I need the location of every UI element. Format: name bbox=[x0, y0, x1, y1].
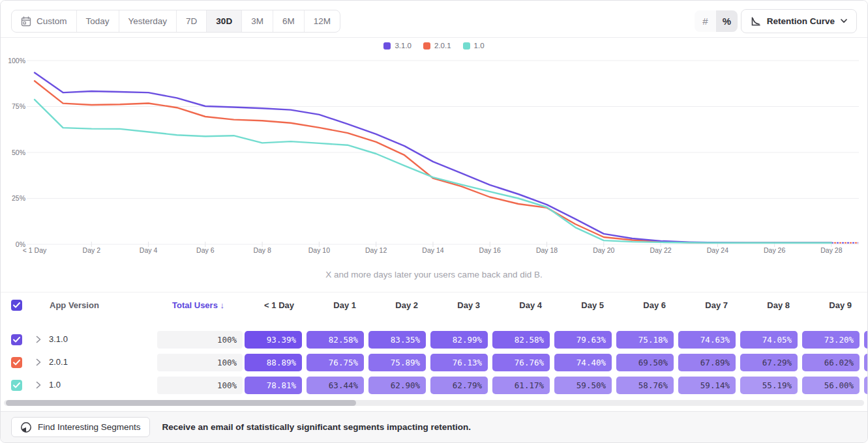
legend-swatch bbox=[383, 42, 391, 50]
retention-cell: 62.90% bbox=[368, 377, 426, 394]
retention-cell: 59.14% bbox=[678, 377, 736, 394]
retention-cell: 74.63% bbox=[678, 331, 736, 349]
retention-cell: 56.00% bbox=[802, 377, 860, 394]
select-all-checkbox[interactable] bbox=[11, 300, 22, 311]
expand-chevron-icon[interactable] bbox=[36, 358, 41, 366]
calendar-icon bbox=[21, 16, 31, 27]
x-axis-label: Day 24 bbox=[707, 246, 728, 254]
clipped-cell bbox=[864, 354, 868, 371]
clipped-cell bbox=[864, 377, 868, 394]
y-axis-label: 100% bbox=[8, 57, 25, 64]
total-users-cell: 100% bbox=[157, 354, 243, 371]
x-axis-label: Day 20 bbox=[593, 246, 614, 254]
legend-swatch bbox=[423, 42, 430, 50]
x-axis-label: Day 14 bbox=[422, 246, 443, 254]
column-header-day[interactable]: < 1 Day bbox=[264, 300, 294, 310]
range-button-30d[interactable]: 30D bbox=[207, 10, 242, 32]
retention-cell: 58.76% bbox=[616, 377, 674, 394]
mode-button-percentages[interactable]: % bbox=[716, 10, 738, 32]
column-header-day[interactable]: Day 6 bbox=[643, 300, 666, 310]
chart-type-dropdown[interactable]: Retention Curve bbox=[741, 9, 857, 33]
column-header-day[interactable]: Day 7 bbox=[705, 300, 728, 310]
retention-cell: 55.19% bbox=[740, 377, 798, 394]
retention-cell: 83.35% bbox=[368, 331, 426, 349]
x-axis-label: Day 2 bbox=[83, 246, 101, 254]
retention-cell: 82.58% bbox=[492, 331, 550, 349]
range-button-label: 3M bbox=[251, 16, 263, 26]
retention-cell: 66.02% bbox=[802, 354, 860, 371]
total-users-cell: 100% bbox=[157, 331, 243, 349]
series-line-3.1.0 bbox=[35, 73, 831, 243]
row-checkbox[interactable] bbox=[11, 380, 22, 391]
x-axis-label: Day 22 bbox=[650, 246, 671, 254]
column-header-app-version[interactable]: App Version bbox=[50, 300, 99, 310]
range-button-custom[interactable]: Custom bbox=[12, 10, 77, 32]
find-interesting-segments-button[interactable]: Find Interesting Segments bbox=[11, 417, 150, 437]
x-axis-label: Day 28 bbox=[820, 246, 842, 254]
x-axis-label: Day 6 bbox=[196, 246, 215, 254]
row-checkbox[interactable] bbox=[11, 357, 22, 368]
column-header-day[interactable]: Day 4 bbox=[519, 300, 542, 310]
retention-cell: 88.89% bbox=[245, 354, 302, 371]
x-axis-label: < 1 Day bbox=[23, 246, 47, 254]
retention-cell: 82.58% bbox=[307, 331, 364, 349]
app-version-label: 2.0.1 bbox=[49, 357, 68, 367]
retention-cell: 74.40% bbox=[554, 354, 612, 371]
table-row-3.1.0: 3.1.0100%93.39%82.58%83.35%82.99%82.58%7… bbox=[1, 328, 867, 351]
scrollbar-thumb[interactable] bbox=[6, 400, 356, 406]
expand-chevron-icon[interactable] bbox=[36, 336, 41, 343]
legend-label: 2.0.1 bbox=[434, 42, 451, 50]
display-mode-toggle: #% bbox=[695, 10, 738, 32]
legend-item-2.0.1[interactable]: 2.0.1 bbox=[423, 42, 451, 50]
retention-cell: 75.18% bbox=[616, 331, 674, 349]
column-header-day[interactable]: Day 2 bbox=[395, 300, 418, 310]
total-users-cell: 100% bbox=[157, 377, 243, 394]
x-axis-label: Day 26 bbox=[764, 246, 785, 254]
footer-message: Receive an email of statistically signif… bbox=[162, 422, 471, 432]
sort-descending-icon: ↓ bbox=[220, 300, 225, 310]
legend-item-3.1.0[interactable]: 3.1.0 bbox=[383, 42, 412, 50]
y-axis-label: 75% bbox=[12, 102, 25, 110]
chart-area: 0%25%50%75%100%< 1 DayDay 2Day 4Day 6Day… bbox=[1, 56, 868, 264]
retention-cell: 93.39% bbox=[245, 331, 302, 349]
retention-cell: 69.50% bbox=[616, 354, 674, 371]
retention-cell: 76.76% bbox=[492, 354, 550, 371]
retention-table: App VersionTotal Users ↓< 1 DayDay 1Day … bbox=[1, 292, 867, 400]
range-button-label: Today bbox=[86, 16, 110, 26]
toolbar: CustomTodayYesterday7D30D3M6M12M #% Rete… bbox=[1, 1, 867, 38]
range-button-yesterday[interactable]: Yesterday bbox=[119, 10, 177, 32]
expand-chevron-icon[interactable] bbox=[36, 381, 41, 389]
range-button-3m[interactable]: 3M bbox=[242, 10, 273, 32]
retention-cell: 59.50% bbox=[554, 377, 612, 394]
column-header-day[interactable]: Day 5 bbox=[581, 300, 604, 310]
y-axis-label: 50% bbox=[12, 149, 25, 156]
legend-item-1.0[interactable]: 1.0 bbox=[463, 42, 485, 50]
x-axis-label: Day 16 bbox=[479, 246, 501, 254]
range-button-label: 7D bbox=[186, 16, 197, 26]
segments-icon bbox=[20, 422, 32, 433]
retention-cell: 61.17% bbox=[492, 377, 550, 394]
retention-curve-icon bbox=[751, 16, 761, 27]
column-header-day[interactable]: Day 8 bbox=[767, 300, 790, 310]
row-checkbox[interactable] bbox=[11, 334, 22, 345]
column-header-day[interactable]: Day 9 bbox=[829, 300, 852, 310]
chart-caption: X and more days later your users came ba… bbox=[1, 270, 867, 279]
y-axis-label: 25% bbox=[12, 194, 25, 202]
range-button-6m[interactable]: 6M bbox=[273, 10, 305, 32]
range-button-today[interactable]: Today bbox=[77, 10, 119, 32]
range-button-label: Custom bbox=[37, 16, 67, 26]
retention-line-chart: 0%25%50%75%100%< 1 DayDay 2Day 4Day 6Day… bbox=[1, 56, 868, 264]
range-button-label: 6M bbox=[282, 16, 295, 26]
horizontal-scrollbar bbox=[4, 400, 864, 406]
retention-cell: 67.29% bbox=[740, 354, 798, 371]
legend-label: 1.0 bbox=[474, 42, 485, 50]
mode-button-absolute-numbers[interactable]: # bbox=[695, 10, 716, 32]
range-button-12m[interactable]: 12M bbox=[305, 10, 340, 32]
range-button-7d[interactable]: 7D bbox=[177, 10, 207, 32]
column-header-day[interactable]: Day 3 bbox=[457, 300, 480, 310]
x-axis-label: Day 18 bbox=[536, 246, 558, 254]
column-header-total-users[interactable]: Total Users ↓ bbox=[172, 300, 224, 310]
column-header-day[interactable]: Day 1 bbox=[333, 300, 356, 310]
chart-legend: 3.1.02.0.11.0 bbox=[1, 42, 867, 50]
retention-report: CustomTodayYesterday7D30D3M6M12M #% Rete… bbox=[0, 0, 868, 443]
